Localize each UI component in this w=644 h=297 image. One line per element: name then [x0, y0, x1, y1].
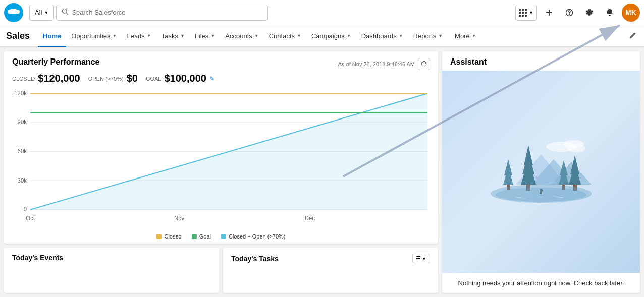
add-button[interactable]	[541, 5, 557, 21]
chart-title: Quarterly Performance	[12, 57, 99, 67]
chart-legend: Closed Goal Closed + Open (>70%)	[12, 233, 430, 240]
nav-item-campaigns[interactable]: Campaigns ▼	[306, 25, 356, 47]
svg-rect-3	[546, 12, 552, 13]
notifications-button[interactable]	[602, 5, 618, 21]
settings-button[interactable]	[581, 5, 598, 21]
tasks-chevron-icon: ▼	[180, 33, 185, 38]
svg-marker-31	[504, 159, 512, 175]
goal-edit-icon[interactable]: ✎	[209, 75, 214, 82]
nav-item-files[interactable]: Files ▼	[190, 25, 220, 47]
today-tasks-card: Today's Tasks ☰ ▼	[223, 248, 438, 293]
dashboards-chevron-icon: ▼	[399, 33, 403, 38]
assistant-message: Nothing needs your attention right now. …	[442, 273, 640, 293]
svg-marker-35	[524, 145, 533, 165]
app-switcher[interactable]: ▼	[515, 5, 537, 21]
open-label: OPEN (>70%)	[88, 76, 124, 82]
assistant-title: Assistant	[442, 51, 640, 71]
nav-dashboards-label: Dashboards	[361, 32, 397, 40]
svg-text:60k: 60k	[18, 148, 27, 154]
nav-tasks-label: Tasks	[162, 32, 178, 40]
all-chevron-icon: ▼	[44, 10, 48, 15]
nav-leads-label: Leads	[127, 32, 144, 40]
nav-item-tasks[interactable]: Tasks ▼	[156, 25, 190, 47]
quarterly-performance-card: Quarterly Performance As of Nov 28, 2018…	[4, 51, 438, 244]
closed-value: $120,000	[38, 73, 80, 84]
all-label: All	[35, 9, 42, 16]
nav-home-label: Home	[43, 32, 61, 40]
campaigns-chevron-icon: ▼	[347, 33, 351, 38]
svg-text:Nov: Nov	[174, 214, 184, 221]
svg-point-45	[540, 189, 543, 192]
more-chevron-icon: ▼	[472, 33, 476, 38]
contacts-chevron-icon: ▼	[297, 33, 301, 38]
closed-label: CLOSED	[12, 76, 35, 82]
search-icon	[62, 8, 69, 17]
svg-point-26	[567, 144, 585, 152]
nav-item-leads[interactable]: Leads ▼	[122, 25, 156, 47]
accounts-chevron-icon: ▼	[254, 33, 259, 38]
nav-item-accounts[interactable]: Accounts ▼	[220, 25, 263, 47]
chart-timestamp: As of Nov 28, 2018 9:46:46 AM	[338, 58, 430, 70]
svg-rect-46	[540, 192, 542, 194]
legend-goal: Goal	[192, 233, 211, 240]
legend-closed-open: Closed + Open (>70%)	[221, 233, 286, 240]
bottom-cards: Today's Events Today's Tasks ☰ ▼	[4, 248, 438, 293]
nav-item-contacts[interactable]: Contacts ▼	[264, 25, 306, 47]
chart-area: 120k 90k 60k 30k 0	[12, 86, 430, 231]
nav-reports-label: Reports	[413, 32, 437, 40]
nav-item-dashboards[interactable]: Dashboards ▼	[356, 25, 408, 47]
right-panel: Assistant	[442, 47, 644, 297]
nav-opportunities-label: Opportunities	[71, 32, 110, 40]
opportunities-chevron-icon: ▼	[113, 33, 117, 38]
assistant-illustration	[442, 71, 640, 273]
nav-item-more[interactable]: More ▼	[450, 25, 481, 47]
search-container: All ▼	[29, 5, 268, 21]
help-button[interactable]	[561, 5, 577, 21]
svg-point-5	[569, 14, 570, 15]
salesforce-logo[interactable]	[4, 3, 23, 22]
nav-campaigns-label: Campaigns	[311, 32, 345, 40]
today-events-title: Today's Events	[12, 254, 211, 262]
search-input[interactable]	[72, 9, 262, 16]
nav-accounts-label: Accounts	[225, 32, 252, 40]
tasks-filter-button[interactable]: ☰ ▼	[412, 254, 430, 263]
tasks-filter-icon: ☰	[416, 255, 421, 262]
leads-chevron-icon: ▼	[147, 33, 151, 38]
nav-files-label: Files	[195, 32, 208, 40]
svg-line-1	[67, 13, 69, 15]
topbar-right: ▼ MK	[515, 4, 640, 22]
legend-closed: Closed	[156, 233, 181, 240]
today-tasks-title: Today's Tasks	[231, 255, 279, 263]
goal-label: GOAL	[146, 76, 162, 82]
svg-text:Oct: Oct	[26, 214, 35, 221]
nav-item-reports[interactable]: Reports ▼	[408, 25, 448, 47]
svg-text:0: 0	[24, 206, 27, 212]
svg-text:Dec: Dec	[305, 214, 315, 221]
reports-chevron-icon: ▼	[438, 33, 443, 38]
open-value: $0	[127, 73, 138, 84]
switcher-chevron-icon: ▼	[529, 10, 533, 15]
nav-more-label: More	[455, 32, 470, 40]
today-events-card: Today's Events	[4, 248, 219, 293]
search-box	[56, 5, 268, 21]
goal-value: $100,000	[165, 73, 206, 84]
svg-point-0	[63, 9, 67, 13]
files-chevron-icon: ▼	[210, 33, 215, 38]
app-name: Sales	[4, 25, 36, 46]
assistant-card: Assistant	[442, 51, 640, 293]
svg-text:120k: 120k	[14, 89, 27, 96]
tasks-dropdown-icon: ▼	[422, 256, 426, 261]
svg-text:90k: 90k	[18, 118, 27, 125]
chart-stats: CLOSED $120,000 OPEN (>70%) $0 GOAL $100…	[12, 73, 430, 84]
svg-text:30k: 30k	[18, 176, 27, 183]
refresh-button[interactable]	[418, 58, 430, 70]
all-dropdown[interactable]: All ▼	[29, 5, 54, 21]
nav-contacts-label: Contacts	[269, 32, 295, 40]
user-avatar[interactable]: MK	[622, 4, 640, 22]
edit-nav-button[interactable]	[625, 25, 640, 46]
nav-item-opportunities[interactable]: Opportunities ▼	[66, 25, 122, 47]
nav-item-home[interactable]: Home	[38, 25, 66, 47]
